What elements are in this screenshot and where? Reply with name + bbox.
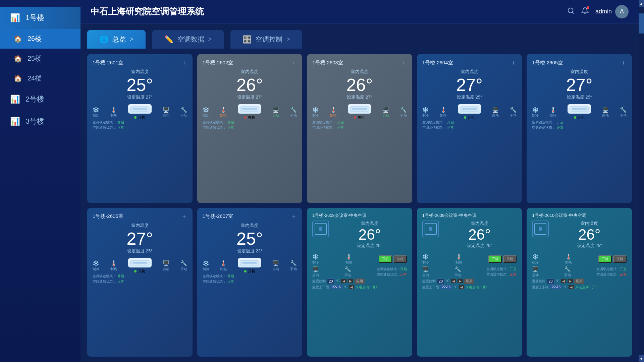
- room-card-2601[interactable]: 1号楼-2601室 ＋ 室内温度 25° 设定温度 27° ❄️制冷 🌡️制热: [87, 54, 193, 203]
- room-add-2601[interactable]: ＋: [181, 59, 187, 67]
- building-chart-icon-3: 📊: [10, 117, 20, 126]
- scroll-up-button[interactable]: ▲: [639, 0, 644, 7]
- room-card-2602[interactable]: 1号楼-2602室 ＋ 室内温度 26° 设定温度 27° ❄️制冷 🌡️制热: [197, 54, 303, 203]
- ac-status-2607: 开机: [244, 269, 255, 274]
- room-card-2604[interactable]: 1号楼-2604室 ＋ 室内温度 27° 设定温度 25° ❄️制冷 🌡️制热: [417, 54, 522, 203]
- tab-ac-control[interactable]: 🎛️ 空调控制 >: [230, 30, 302, 49]
- heating-btn-2605[interactable]: 🌡️制热: [550, 107, 556, 118]
- cooling-btn-2603[interactable]: ❄️制冷: [312, 107, 319, 118]
- scroll-down-button[interactable]: ▼: [639, 355, 644, 362]
- room-card-2607[interactable]: 1号楼-2607室 ＋ 室内温度 25° 设定温度 23° ❄️制冷 🌡️制热: [197, 208, 303, 357]
- room-add-2605[interactable]: ＋: [621, 59, 627, 67]
- auto-btn-2601[interactable]: 🖥️自动: [163, 107, 169, 118]
- apply-btn-2608[interactable]: 应用: [355, 279, 365, 284]
- room-card-2610[interactable]: 1号楼-2610会议室-中央空调 室内温度 26° 设定温度 25° ❄️制冷: [527, 208, 632, 357]
- manual-btn-2603[interactable]: 🔧手动: [400, 107, 407, 118]
- room-add-2604[interactable]: ＋: [511, 59, 517, 67]
- auto-btn-2610[interactable]: 🖥️启动: [532, 266, 539, 278]
- wrench-icon-2604: 🔧: [510, 107, 517, 113]
- room-title-2608: 1号楼-2608会议室-中央空调: [312, 213, 367, 219]
- sidebar-floor-24[interactable]: 🏠 24楼: [0, 68, 80, 88]
- auto-btn-2603[interactable]: 🖥️启动: [382, 107, 389, 118]
- status-label-2604: 开机: [468, 115, 475, 120]
- heating-btn-2604[interactable]: 🌡️制热: [440, 107, 447, 118]
- toggle-buttons-2609: 开机 关机: [488, 255, 517, 263]
- heating-btn-2609[interactable]: 🌡️制热: [455, 253, 462, 265]
- cooling-btn-2609[interactable]: ❄️制冷: [422, 253, 429, 265]
- manual-btn-2608[interactable]: 🔧手动: [344, 266, 351, 278]
- auto-btn-2607[interactable]: 🖥️自动: [272, 260, 279, 272]
- manual-btn-2607[interactable]: 🔧手动: [290, 260, 297, 272]
- manual-btn-2610[interactable]: 🔧手动: [564, 266, 571, 278]
- off-button-2610[interactable]: 关机: [613, 255, 627, 263]
- manual-btn-2602[interactable]: 🔧手动: [290, 107, 297, 118]
- cooling-btn-2602[interactable]: ❄️制冷: [203, 107, 209, 118]
- scroll-thumb[interactable]: [639, 13, 644, 34]
- notification-button[interactable]: [581, 7, 589, 16]
- heating-btn-2601[interactable]: 🌡️制热: [110, 107, 117, 118]
- on-button-2610[interactable]: 开机: [598, 255, 612, 263]
- manual-btn-2605[interactable]: 🔧手动: [620, 107, 627, 118]
- heating-btn-2602[interactable]: 🌡️制热: [220, 107, 227, 118]
- tab-ac-data[interactable]: ✏️ 空调数据 >: [152, 30, 224, 49]
- temp-set-2601: 设定温度 27°: [93, 94, 187, 100]
- room-card-2609[interactable]: 1号楼-2609会议室-中央空调 室内温度 26° 设定温度 25° ❄️制冷: [417, 208, 522, 357]
- ac-controls-2606: ❄️制冷 🌡️制热 开机: [93, 258, 187, 274]
- sidebar-building-3[interactable]: 📊 3号楼: [0, 110, 80, 132]
- sidebar-building-1[interactable]: 📊 1号楼: [0, 7, 80, 29]
- room-card-2605[interactable]: 1号楼-2605室 ＋ 室内温度 27° 设定温度 25° ❄️制冷 🌡️制热: [527, 54, 632, 203]
- room-title-2607: 1号楼-2607室: [203, 213, 233, 220]
- heating-btn-2606[interactable]: 🌡️制热: [110, 260, 117, 272]
- room-add-2602[interactable]: ＋: [291, 59, 297, 67]
- heating-btn-2610[interactable]: 🌡️制热: [565, 253, 572, 265]
- off-button-2609[interactable]: 关机: [503, 255, 517, 263]
- scroll-track[interactable]: [639, 7, 644, 355]
- off-button-2608[interactable]: 关机: [393, 255, 407, 263]
- heating-btn-2603[interactable]: 🌡️制热: [330, 107, 337, 118]
- room-card-2606[interactable]: 1号楼-2606室 ＋ 室内温度 27° 设定温度 25° ❄️制冷 🌡️制热: [87, 208, 193, 357]
- notification-dot: [587, 6, 589, 9]
- auto-btn-2609[interactable]: 🖥️启动: [422, 266, 429, 278]
- cooling-btn-2605[interactable]: ❄️制冷: [532, 107, 539, 118]
- status-dot-2606: [134, 270, 137, 273]
- room-add-2607[interactable]: ＋: [291, 213, 297, 221]
- auto-btn-2602[interactable]: 🖥️启动: [272, 107, 279, 118]
- ac-info-2608: 空调锁定模式：开启 空调通信状态：正常: [377, 267, 407, 277]
- cooling-btn-2601[interactable]: ❄️制冷: [93, 107, 99, 118]
- user-menu[interactable]: admin A: [595, 5, 629, 18]
- search-button[interactable]: [567, 7, 575, 16]
- sidebar-building-2[interactable]: 📊 2号楼: [0, 88, 80, 110]
- auto-btn-2604[interactable]: 🖥️自动: [492, 107, 499, 118]
- room-add-2603[interactable]: ＋: [401, 59, 407, 67]
- manual-btn-2601[interactable]: 🔧手动: [180, 107, 187, 118]
- manual-btn-2609[interactable]: 🔧手动: [454, 266, 461, 278]
- room-card-2608[interactable]: 1号楼-2608会议室-中央空调 室内温度 26° 设定温度 25° ❄️制冷: [307, 208, 412, 357]
- on-button-2608[interactable]: 开机: [379, 255, 392, 263]
- sidebar-floor-26[interactable]: 🏠 26楼: [0, 29, 80, 49]
- room-header-2604: 1号楼-2604室 ＋: [422, 59, 517, 67]
- apply-btn-2610[interactable]: 应用: [574, 279, 584, 284]
- ac-unit-img-2602: [238, 104, 261, 114]
- cooling-btn-2607[interactable]: ❄️制冷: [203, 260, 209, 272]
- auto-btn-2605[interactable]: 🖥️自动: [602, 107, 609, 118]
- auto-btn-2606[interactable]: 🖥️自动: [163, 260, 169, 272]
- central-inner-icon-2610: [534, 223, 546, 235]
- apply-btn-2609[interactable]: 应用: [464, 279, 474, 284]
- cooling-btn-2610[interactable]: ❄️制冷: [532, 253, 539, 265]
- manual-btn-2604[interactable]: 🔧手动: [510, 107, 517, 118]
- cooling-btn-2604[interactable]: ❄️制冷: [422, 107, 429, 118]
- auto-btn-2608[interactable]: 🖥️启动: [312, 266, 319, 278]
- heating-btn-2608[interactable]: 🌡️制热: [345, 253, 352, 265]
- room-card-2603[interactable]: 1号楼-2603室 ＋ 室内温度 26° 设定温度 27° ❄️制冷 🌡️制热: [307, 54, 412, 203]
- on-button-2609[interactable]: 开机: [488, 255, 502, 263]
- temp-set-2610: 设定温度 25°: [552, 243, 627, 249]
- monitor-icon: 🖥️: [163, 107, 169, 113]
- room-add-2606[interactable]: ＋: [181, 213, 187, 221]
- tab-overview[interactable]: 🌐 总览 >: [87, 30, 146, 49]
- sidebar: 📊 1号楼 🏠 26楼 🏠 25楼 🏠 24楼 📊 2号楼 📊 3号楼: [0, 0, 80, 362]
- cooling-btn-2608[interactable]: ❄️制冷: [312, 253, 319, 265]
- heating-btn-2607[interactable]: 🌡️制热: [220, 260, 227, 272]
- cooling-btn-2606[interactable]: ❄️制冷: [93, 260, 99, 272]
- manual-btn-2606[interactable]: 🔧手动: [180, 260, 187, 272]
- sidebar-floor-25[interactable]: 🏠 25楼: [0, 49, 80, 68]
